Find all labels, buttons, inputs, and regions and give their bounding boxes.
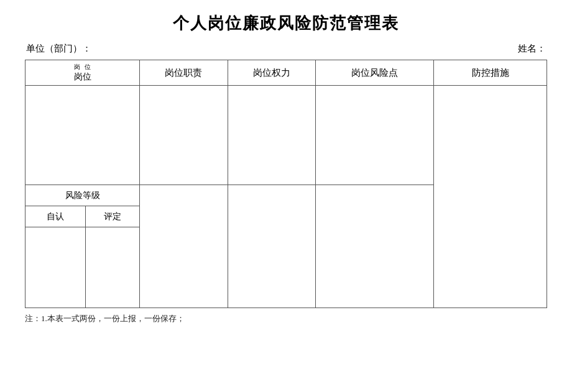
ziren-data [25, 227, 86, 308]
zhize-data-cell [140, 86, 228, 185]
header-info: 单位（部门）： 姓名： [25, 43, 547, 55]
quanli-bottom-cell [228, 185, 315, 308]
zhize-bottom-cell [140, 185, 228, 308]
pingding-data [85, 227, 140, 308]
fengxian-data-cell [315, 86, 433, 185]
footnote: 注：1.本表一式两份，一份上报，一份保存； [25, 313, 547, 324]
name-label: 姓名： [518, 43, 546, 55]
unit-label: 单位（部门）： [26, 43, 91, 55]
main-table: 岗 位 岗位 岗位职责 岗位权力 岗位风险点 防控措施 风险等级 自认 评定 [25, 60, 547, 308]
fengxian-bottom-cell [315, 185, 433, 308]
col-fangkong: 防控措施 [434, 60, 547, 86]
quanli-data-cell [228, 86, 315, 185]
col-header-row: 岗 位 岗位 岗位职责 岗位权力 岗位风险点 防控措施 [25, 60, 547, 86]
fangkong-data-cell [434, 86, 547, 308]
ziren-header: 自认 [25, 206, 86, 227]
page-title: 个人岗位廉政风险防范管理表 [25, 12, 547, 34]
col-zhize: 岗位职责 [140, 60, 228, 86]
ganwei-data-cell [25, 86, 140, 185]
col-quanli: 岗位权力 [228, 60, 315, 86]
col-ganwei: 岗 位 岗位 [25, 60, 140, 86]
main-data-row [25, 86, 547, 185]
risk-level-label-cell: 风险等级 [25, 185, 140, 206]
col-fengxian: 岗位风险点 [315, 60, 433, 86]
pingding-header: 评定 [85, 206, 140, 227]
